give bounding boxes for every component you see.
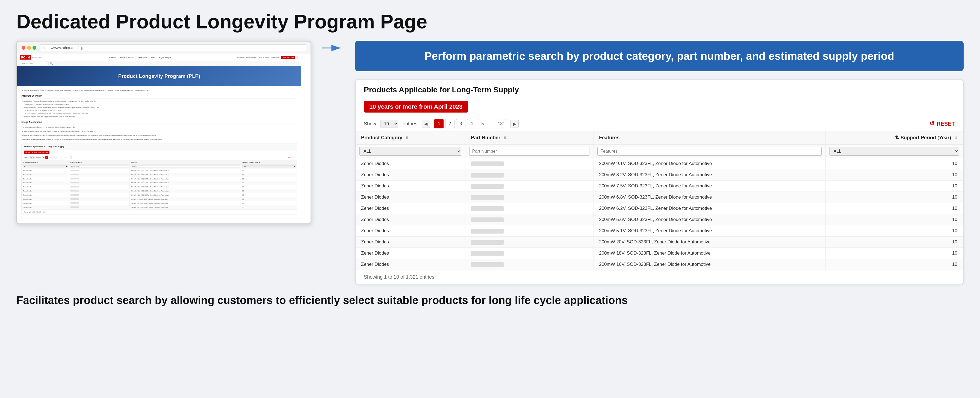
mini-page-last[interactable]: 131 xyxy=(64,156,68,159)
mini-filter-category[interactable]: ALL xyxy=(23,165,68,168)
ltp-cell-support: 10 xyxy=(826,192,963,203)
ltp-col-support[interactable]: ⇅ Support Period (Year) ⇅ xyxy=(826,131,963,144)
mini-filter-support[interactable]: ALL xyxy=(242,165,296,168)
mini-col-support: Support Period (Year) ⇅ xyxy=(241,160,297,164)
rohm-overview-item-3: Program Policy: Posted information (appl… xyxy=(24,106,297,115)
rohm-overview-item-1: Applicable Products: Products requiring … xyxy=(24,100,297,102)
ltp-cell-category: Zener Diodes xyxy=(356,237,465,248)
ltp-cell-features: 200mW 5.6V, SOD-323FL, Zener Diode for A… xyxy=(593,214,826,225)
ltp-col-category-label: Product Category xyxy=(361,135,402,140)
mini-col-part: Part Number ⇅ xyxy=(69,160,130,164)
mini-reset-icon: ↺ xyxy=(288,156,289,159)
ltp-reset-icon: ↺ xyxy=(929,120,934,127)
ltp-cell-features: 200mW 7.5V, SOD-323FL, Zener Diode for A… xyxy=(593,181,826,192)
ltp-cell-features: 200mW 6.8V, SOD-323FL, Zener Diode for A… xyxy=(593,192,826,203)
ltp-entries-select[interactable]: 10 25 50 100 xyxy=(380,120,398,128)
ltp-cell-part xyxy=(465,192,593,203)
ltp-prev-btn[interactable]: ◀ xyxy=(422,119,430,128)
ltp-cell-features: 200mW 5.1V, SOD-323FL, Zener Diode for A… xyxy=(593,225,826,237)
ltp-next-btn[interactable]: ▶ xyxy=(511,119,519,128)
ltp-cell-support: 10 xyxy=(826,237,963,248)
rohm-contact-link: Contact Us xyxy=(271,57,279,59)
mini-table-row: Zener Diodes200mW 16V, SOD-323FL, Zener … xyxy=(22,205,297,210)
ltp-reset-btn[interactable]: ↺ RESET xyxy=(929,120,955,127)
rohm-overview-sub-2: Supply Period: Shortened one year (There… xyxy=(27,112,297,115)
mini-page-1[interactable]: 1 xyxy=(45,156,48,159)
ltp-show-label: Show xyxy=(364,121,376,127)
mini-next-btn[interactable]: ▶ xyxy=(69,156,72,159)
rohm-hero-title: Product Longevity Program (PLP) xyxy=(22,73,297,79)
ltp-col-category[interactable]: Product Category ⇅ xyxy=(356,131,465,144)
mini-page-3[interactable]: 3 xyxy=(52,156,55,159)
rohm-search-input[interactable] xyxy=(20,62,48,65)
ltp-col-part[interactable]: Part Number ⇅ xyxy=(465,131,593,144)
ltp-cell-support: 10 xyxy=(826,225,963,237)
ltp-page-5[interactable]: 5 xyxy=(478,119,487,128)
rohm-overview-item-4: Product support after the supply period … xyxy=(24,116,297,118)
ltp-cell-support: 10 xyxy=(826,169,963,181)
ltp-filter-category-select[interactable]: ALL xyxy=(360,147,461,156)
mini-prev-btn[interactable]: ◀ xyxy=(42,156,45,159)
mini-table-row: Zener Diodes200mW 20V, SOD-323FL, Zener … xyxy=(22,197,297,201)
ltp-page-1[interactable]: 1 xyxy=(434,119,444,128)
ltp-table-row: Zener Diodes200mW 8.2V, SOD-323FL, Zener… xyxy=(356,169,963,181)
ltp-cell-features: 200mW 9.1V, SOD-323FL, Zener Diode for A… xyxy=(593,158,826,169)
arrow-container xyxy=(322,41,344,55)
ltp-cell-features: 200mW 20V, SOD-323FL, Zener Diode for Au… xyxy=(593,237,826,248)
nav-products: Products xyxy=(109,57,116,59)
ltp-table: Product Category ⇅ Part Number ⇅ Feature… xyxy=(356,131,963,270)
ltp-filter-features-input[interactable] xyxy=(597,147,822,156)
mini-reset-btn[interactable]: ↺ RESET xyxy=(288,156,295,159)
rohm-careers-link: Careers xyxy=(263,57,269,59)
ltp-page-3[interactable]: 3 xyxy=(456,119,465,128)
ltp-table-row: Zener Diodes200mW 9.1V, SOD-323FL, Zener… xyxy=(356,158,963,169)
mini-table-row: Zener Diodes200mW 18V, SOD-323FL, Zener … xyxy=(22,201,297,205)
ltp-filter-part-input[interactable] xyxy=(469,147,589,156)
mini-entries-select[interactable]: 10 xyxy=(29,156,35,159)
rohm-usage-title: Usage Precautions xyxy=(22,121,297,125)
ltp-col-part-sort-icon: ⇅ xyxy=(503,136,507,140)
mini-table-row: Zener Diodes200mW 5.1V, SOD-323FL, Zener… xyxy=(22,193,297,197)
ltp-page-4[interactable]: 4 xyxy=(467,119,476,128)
myrohm-login-button[interactable]: MyROHM Login xyxy=(281,56,295,59)
ltp-page-2[interactable]: 2 xyxy=(445,119,455,128)
ltp-cell-features: 200mW 18V, SOD-323FL, Zener Diode for Au… xyxy=(593,248,826,259)
ltp-filter-support-select[interactable]: ALL xyxy=(829,147,959,156)
mini-page-5[interactable]: 5 xyxy=(59,156,62,159)
ltp-header: Products Applicable for Long-Term Supply xyxy=(356,80,963,97)
rohm-usage-2: To ensure stable supply, we may switch t… xyxy=(22,130,297,133)
ltp-cell-category: Zener Diodes xyxy=(356,192,465,203)
ltp-controls: Show 10 25 50 100 entries ◀ 1 2 3 4 5 ..… xyxy=(356,116,963,131)
expand-arrow-icon xyxy=(322,41,344,55)
nav-applications: Applications xyxy=(137,57,147,59)
large-table-panel: Products Applicable for Long-Term Supply… xyxy=(355,80,964,284)
ltp-filter-category-cell: ALL xyxy=(356,144,465,158)
ltp-cell-category: Zener Diodes xyxy=(356,259,465,270)
ltp-cell-part xyxy=(465,237,593,248)
ltp-cell-category: Zener Diodes xyxy=(356,203,465,214)
ltp-cell-part xyxy=(465,214,593,225)
ltp-page-last[interactable]: 131 xyxy=(497,119,506,128)
mini-entries-label: entries xyxy=(36,156,41,159)
rohm-logo-sub: Semiconductor xyxy=(32,57,42,59)
browser-dot-yellow xyxy=(27,46,31,50)
mini-plp-header: Products Applicable for Long-Term Supply xyxy=(22,143,297,150)
ltp-table-row: Zener Diodes200mW 16V, SOD-323FL, Zener … xyxy=(356,259,963,270)
mini-page-2[interactable]: 2 xyxy=(49,156,51,159)
mini-page-4[interactable]: 4 xyxy=(55,156,58,159)
ltp-cell-part xyxy=(465,158,593,169)
rohm-overview-title: Program Overview xyxy=(22,94,297,99)
mini-filter-features[interactable] xyxy=(131,166,240,168)
mini-filter-part[interactable] xyxy=(70,166,128,168)
mini-table-row: Zener Diodes200mW 8.2V, SOD-323FL, Zener… xyxy=(22,173,297,177)
ltp-cell-part xyxy=(465,225,593,237)
ltp-cell-category: Zener Diodes xyxy=(356,248,465,259)
ltp-table-row: Zener Diodes200mW 6.2V, SOD-323FL, Zener… xyxy=(356,203,963,214)
nav-sales: Sales xyxy=(151,57,156,59)
rohm-logo-box: ROHM xyxy=(20,55,31,60)
browser-dot-green xyxy=(32,46,36,50)
blue-banner: Perform parametric search by product cat… xyxy=(355,41,964,71)
browser-dot-red xyxy=(22,46,25,50)
mini-badge: 10 years or more from April 2023 xyxy=(24,151,49,154)
bottom-text: Facilitates product search by allowing c… xyxy=(16,293,672,308)
